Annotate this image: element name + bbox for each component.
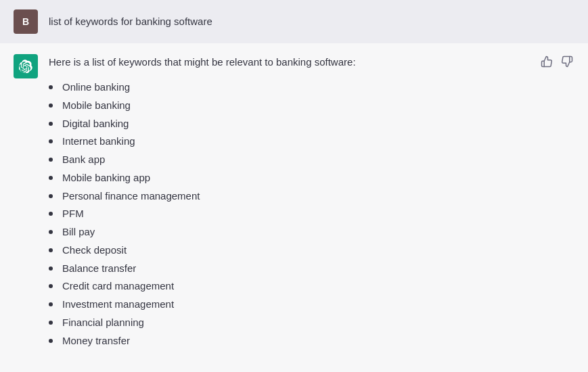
keyword-text: Bill pay [62, 224, 95, 241]
bullet-icon [49, 158, 53, 162]
bullet-icon [49, 122, 53, 126]
thumbs-up-button[interactable] [539, 54, 554, 69]
feedback-buttons [539, 54, 574, 69]
list-item: Internet banking [49, 133, 574, 151]
list-item: PFM [49, 205, 574, 223]
list-item: Financial planning [49, 314, 574, 332]
bullet-icon [49, 103, 53, 108]
keyword-text: Internet banking [62, 133, 135, 150]
bullet-icon [49, 230, 53, 234]
list-item: Balance transfer [49, 260, 574, 278]
assistant-message-row: Here is a list of keywords that might be… [0, 43, 588, 361]
bullet-icon [49, 266, 53, 271]
keywords-list: Online bankingMobile bankingDigital bank… [49, 78, 574, 350]
bullet-icon [49, 85, 53, 89]
keyword-text: Money transfer [62, 333, 130, 350]
list-item: Personal finance management [49, 187, 574, 206]
keyword-text: Personal finance management [62, 188, 200, 205]
bullet-icon [49, 194, 53, 198]
list-item: Credit card management [49, 277, 574, 296]
assistant-intro-text: Here is a list of keywords that might be… [49, 54, 574, 70]
keyword-text: Mobile banking [62, 97, 131, 114]
user-message-row: B list of keywords for banking software [0, 0, 588, 43]
keyword-text: Investment management [62, 296, 174, 313]
keyword-text: Check deposit [62, 242, 127, 259]
list-item: Bank app [49, 151, 574, 169]
list-item: Check deposit [49, 241, 574, 260]
bullet-icon [49, 321, 53, 325]
list-item: Digital banking [49, 115, 574, 133]
bullet-icon [49, 339, 53, 343]
bullet-icon [49, 139, 53, 143]
list-item: Mobile banking [49, 97, 574, 115]
bullet-icon [49, 284, 53, 288]
user-message-text: list of keywords for banking software [49, 9, 212, 30]
list-item: Mobile banking app [49, 169, 574, 187]
thumbs-down-button[interactable] [560, 54, 574, 69]
keyword-text: Online banking [62, 79, 130, 96]
list-item: Investment management [49, 296, 574, 314]
keyword-text: Digital banking [62, 116, 129, 133]
keyword-text: PFM [62, 206, 84, 223]
bullet-icon [49, 212, 53, 216]
bullet-icon [49, 176, 53, 180]
list-item: Money transfer [49, 332, 574, 350]
assistant-avatar [14, 54, 38, 78]
keyword-text: Credit card management [62, 278, 174, 295]
keyword-text: Bank app [62, 152, 105, 168]
list-item: Online banking [49, 78, 574, 97]
assistant-content: Here is a list of keywords that might be… [49, 54, 574, 350]
bullet-icon [49, 248, 53, 252]
keyword-text: Balance transfer [62, 260, 136, 277]
keyword-text: Mobile banking app [62, 170, 150, 187]
bullet-icon [49, 302, 53, 306]
user-avatar: B [14, 9, 38, 34]
keyword-text: Financial planning [62, 315, 144, 331]
list-item: Bill pay [49, 223, 574, 241]
